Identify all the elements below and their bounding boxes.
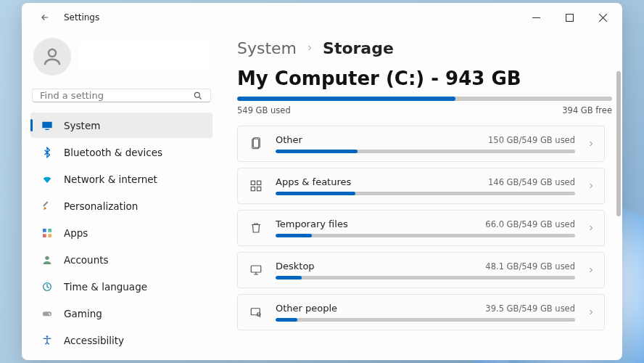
svg-rect-23 [251,309,260,315]
svg-rect-3 [42,121,51,128]
category-body: Temporary files66.0 GB/549 GB used [276,219,575,237]
sidebar-item-accessibility[interactable]: Accessibility [30,327,212,353]
sidebar: SystemBluetooth & devicesNetwork & inter… [22,32,221,360]
scrollbar-thumb[interactable] [616,71,621,216]
category-usage-bar-fill [276,234,312,237]
wifi-icon [41,173,54,186]
apps-grid-icon [248,179,264,192]
sidebar-item-gaming[interactable]: Gaming [30,301,212,326]
sidebar-item-time-language[interactable]: Time & language [30,274,212,299]
bluetooth-icon [41,146,54,159]
sidebar-item-label: Bluetooth & devices [64,147,162,158]
sidebar-item-accounts[interactable]: Accounts [30,247,212,272]
vertical-scrollbar[interactable] [616,32,621,360]
sidebar-item-network-internet[interactable]: Network & internet [30,166,212,192]
svg-rect-5 [43,201,48,206]
apps-icon [41,227,54,240]
people-icon [248,306,264,319]
category-body: Other150 GB/549 GB used [276,134,575,153]
sidebar-item-apps[interactable]: Apps [30,220,212,245]
category-usage-bar-fill [276,318,297,322]
category-used-label: 66.0 GB/549 GB used [485,219,575,229]
svg-rect-22 [251,266,261,272]
accessibility-icon [41,334,54,347]
maximize-button[interactable] [553,3,586,32]
drive-used-label: 549 GB used [237,105,291,115]
svg-point-1 [49,49,56,57]
storage-category-row[interactable]: Other people39.5 GB/549 GB used [237,294,605,330]
category-name: Other people [276,303,337,314]
storage-category-row[interactable]: Temporary files66.0 GB/549 GB used [237,210,605,246]
breadcrumb: System Storage [237,39,612,57]
breadcrumb-parent[interactable]: System [237,39,297,57]
svg-rect-21 [257,187,261,191]
other-icon [248,137,264,150]
monitor-icon [248,264,264,277]
titlebar: Settings [22,3,622,32]
svg-rect-6 [43,229,46,232]
category-used-label: 146 GB/549 GB used [488,177,575,187]
drive-free-label: 394 GB free [562,105,612,115]
sidebar-item-bluetooth-devices[interactable]: Bluetooth & devices [30,139,212,165]
sidebar-item-label: Personalization [64,200,138,212]
avatar [33,38,71,76]
sidebar-item-label: Accessibility [64,335,124,346]
svg-rect-18 [251,181,255,184]
svg-rect-12 [43,311,51,316]
person-icon [41,46,63,68]
window-title: Settings [64,12,99,23]
minimize-button[interactable] [519,3,553,32]
svg-rect-4 [45,129,49,129]
category-body: Apps & features146 GB/549 GB used [276,176,575,195]
svg-point-2 [194,92,199,97]
storage-category-row[interactable]: Other150 GB/549 GB used [237,126,605,162]
person-icon [41,253,54,266]
drive-usage-meta: 549 GB used 394 GB free [237,105,612,115]
search-box[interactable] [32,89,211,102]
chevron-right-icon [587,308,595,317]
nav: SystemBluetooth & devicesNetwork & inter… [30,113,212,353]
breadcrumb-current: Storage [323,39,394,57]
svg-rect-20 [251,187,255,191]
category-used-label: 150 GB/549 GB used [488,135,575,145]
chevron-right-icon [587,182,595,190]
chevron-right-icon [305,41,314,55]
category-usage-bar [276,234,575,237]
storage-category-row[interactable]: Apps & features146 GB/549 GB used [237,168,605,204]
svg-point-15 [46,335,49,338]
category-name: Temporary files [276,219,348,229]
gamepad-icon [41,307,54,320]
close-button[interactable] [586,3,619,32]
back-button[interactable] [36,9,54,26]
category-name: Desktop [276,261,315,272]
svg-point-14 [49,314,51,315]
brush-icon [41,200,54,213]
category-used-label: 39.5 GB/549 GB used [485,303,575,314]
category-name: Apps & features [276,176,351,187]
category-usage-bar-fill [276,276,302,280]
chevron-right-icon [587,266,595,274]
storage-category-row[interactable]: Desktop48.1 GB/549 GB used [237,252,605,288]
sidebar-item-system[interactable]: System [30,113,212,138]
category-usage-bar [276,276,575,280]
svg-rect-9 [48,234,51,237]
trash-icon [248,221,264,234]
minimize-icon [532,14,540,22]
svg-point-13 [49,313,50,314]
profile-header[interactable] [30,35,212,86]
drive-usage-bar-fill [237,97,455,101]
storage-categories: Other150 GB/549 GB usedApps & features14… [237,126,612,360]
category-body: Other people39.5 GB/549 GB used [276,303,575,322]
window-controls [519,3,619,32]
svg-rect-0 [566,14,573,21]
sidebar-item-personalization[interactable]: Personalization [30,193,212,219]
sidebar-item-label: Time & language [64,281,147,293]
settings-window: Settings [22,3,622,360]
drive-usage-bar [237,97,612,101]
clock-globe-icon [41,280,54,293]
svg-rect-19 [257,181,261,184]
category-usage-bar [276,150,575,153]
category-used-label: 48.1 GB/549 GB used [485,261,575,272]
category-name: Other [276,134,302,145]
search-input[interactable] [40,90,193,101]
